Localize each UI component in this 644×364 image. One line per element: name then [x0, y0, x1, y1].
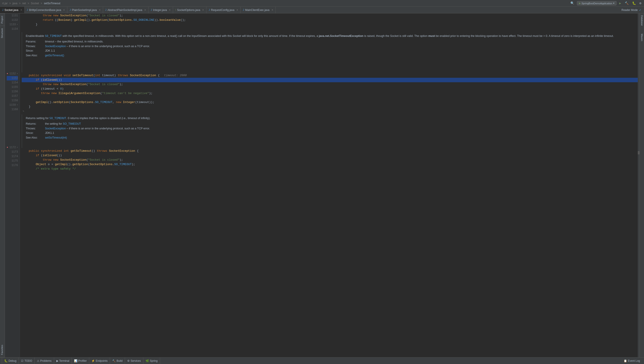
event-log-label: Event Log: [628, 359, 640, 362]
tab-bhttpconnectionbase[interactable]: J BHttpConnectionBase.java ✕: [25, 7, 67, 13]
services-label: Services: [131, 359, 141, 362]
tab-label: AbstractPlainSocketImpl.java: [108, 8, 142, 12]
line-number: 1134: [7, 27, 18, 31]
tab-abstractplainsocketimpl[interactable]: J AbstractPlainSocketImpl.java ✕: [103, 7, 149, 13]
tab-requestconfig[interactable]: J RequestConfig.java ✕: [206, 7, 241, 13]
event-log-status-item[interactable]: 📋 Event Log: [621, 359, 642, 362]
tab-close-icon[interactable]: ✕: [169, 9, 171, 11]
tab-close-icon[interactable]: ✕: [271, 9, 273, 11]
tab-close-icon[interactable]: ✕: [63, 9, 65, 11]
profiler-icon: 📊: [74, 359, 77, 362]
profiler-status-item[interactable]: 📊 Profiler: [72, 358, 89, 364]
vertical-scrollbar[interactable]: [638, 14, 639, 357]
line-number: 1133▾: [7, 22, 18, 27]
doc-params: Params: timeout – the specified timeout,…: [26, 40, 634, 44]
doc-description-2: Returns setting for SO_TIMEOUT. 0 return…: [26, 116, 634, 120]
tab-close-icon[interactable]: ✕: [144, 9, 146, 11]
debug-status-item[interactable]: 🐛 Debug: [2, 358, 19, 364]
services-status-item[interactable]: ⚙ Services: [125, 358, 143, 364]
line-number: 1154: [7, 80, 18, 85]
build-icon: 🔨: [112, 359, 116, 362]
code-line-1175: Object o = getImpl().getOption(SocketOpt…: [22, 162, 638, 167]
todo-status-item[interactable]: ☑ TODO: [19, 358, 35, 364]
problems-status-item[interactable]: ⚠ Problems: [35, 358, 54, 364]
tab-bar: J Socket.java ✕ J BHttpConnectionBase.ja…: [0, 7, 644, 14]
right-panel-database: Database Maven: [639, 14, 644, 357]
tab-socket-java[interactable]: J Socket.java ✕: [0, 7, 25, 13]
tab-label: Socket.java: [5, 8, 18, 12]
line-number: 1131: [7, 14, 18, 18]
edit-icon[interactable]: ✎: [23, 109, 24, 114]
reader-mode-check[interactable]: ✓: [639, 8, 641, 12]
tab-socketoptions[interactable]: I SocketOptions.java ✕: [173, 7, 206, 13]
status-bar: 🐛 Debug ☑ TODO ⚠ Problems ▶ Terminal 📊 P…: [0, 357, 644, 364]
code-lines: throw new SocketException("Socket is clo…: [20, 14, 638, 357]
line-number: 1175: [7, 159, 18, 163]
run-config-icon: ▶: [579, 2, 581, 5]
event-log-icon: 📋: [624, 359, 627, 362]
endpoints-icon: ⚡: [92, 359, 95, 362]
doc-since-2: Since: JDK1.1: [26, 131, 634, 135]
doc-returns: Returns: the setting for SO_TIMEOUT: [26, 122, 634, 126]
line-number: ● 1152 ▾: [7, 72, 18, 76]
java-file-icon: J: [151, 9, 152, 11]
java-file-icon: J: [27, 9, 28, 11]
java-file-icon: J: [2, 9, 3, 11]
build-icon[interactable]: 🔨: [624, 1, 629, 6]
tab-label: PlainSocketImpl.java: [72, 8, 97, 12]
tab-close-icon[interactable]: ✕: [99, 9, 101, 11]
build-status-item[interactable]: 🔨 Build: [110, 358, 125, 364]
doc-spacer: [7, 31, 18, 72]
line-number: ● 1172 ▾: [7, 145, 18, 150]
endpoints-status-item[interactable]: ⚡ Endpoints: [89, 358, 110, 364]
java-file-icon: J: [209, 9, 210, 11]
doc-spacer-2: [7, 112, 18, 145]
tab-label: Integer.java: [153, 8, 167, 12]
terminal-icon: ▶: [56, 359, 58, 362]
left-panels: Project Structure Favorites: [0, 14, 5, 357]
services-icon: ⚙: [127, 359, 130, 362]
profiler-label: Profiler: [78, 359, 87, 362]
problems-label: Problems: [40, 359, 52, 362]
run-config[interactable]: ▶ SpringBootDemoApplication ▾: [577, 1, 617, 5]
terminal-status-item[interactable]: ▶ Terminal: [54, 358, 72, 364]
line-number: 1173: [7, 150, 18, 154]
line-number: 1132: [7, 18, 18, 22]
endpoints-label: Endpoints: [96, 359, 108, 362]
favorites-panel-label[interactable]: Favorites: [0, 342, 5, 357]
tab-close-icon[interactable]: ✕: [20, 9, 22, 11]
breakpoint-icon[interactable]: ●: [7, 145, 8, 150]
code-line-1173: if (isClosed()): [22, 153, 638, 158]
line-number: 1155: [7, 85, 18, 90]
run-icon[interactable]: ▶: [618, 1, 622, 6]
maven-panel-label[interactable]: Maven: [641, 32, 643, 43]
database-panel-label[interactable]: Database: [641, 14, 643, 28]
debug-run-icon[interactable]: 🐛: [631, 1, 637, 6]
line-number: 1158: [7, 98, 18, 103]
fold-icon[interactable]: ▾: [17, 145, 18, 150]
line-number: 1174: [7, 154, 18, 159]
tab-label: RequestConfig.java: [211, 8, 234, 12]
project-panel-label[interactable]: Project: [0, 14, 5, 26]
tab-mainclientexec[interactable]: J MainClientExec.java ✕: [241, 7, 276, 13]
tab-integer[interactable]: J Integer.java ✕: [149, 7, 173, 13]
structure-panel-label[interactable]: Structure: [0, 26, 5, 40]
spring-status-item[interactable]: 🌿 Spring: [143, 358, 160, 364]
tab-plainsocketimpl[interactable]: J PlainSocketImpl.java ✕: [67, 7, 103, 13]
tab-close-icon[interactable]: ✕: [236, 9, 238, 11]
code-line-1157: [22, 96, 638, 100]
editor-area[interactable]: 1131 1132 1133▾ 1134 ● 1152 ▾ 1153 1154 …: [5, 14, 638, 357]
code-line-1174: throw new SocketException("Socket is clo…: [22, 158, 638, 162]
tab-close-icon[interactable]: ✕: [202, 9, 204, 11]
breakpoint-icon[interactable]: ●: [7, 72, 8, 76]
fold-icon[interactable]: ▾: [17, 72, 18, 76]
fold-icon[interactable]: ▾: [17, 103, 18, 107]
search-icon[interactable]: 🔍: [569, 1, 575, 6]
settings-icon[interactable]: ⚙: [639, 1, 642, 6]
code-line-1172: public synchronized int getSoTimeout() t…: [22, 149, 638, 153]
problems-icon: ⚠: [37, 359, 39, 362]
doc-seealso-1: See Also: getSoTimeout(): [26, 54, 634, 58]
line-number: 1160: [7, 107, 18, 112]
fold-icon[interactable]: ▾: [17, 22, 18, 27]
scroll-thumb: [638, 151, 639, 154]
